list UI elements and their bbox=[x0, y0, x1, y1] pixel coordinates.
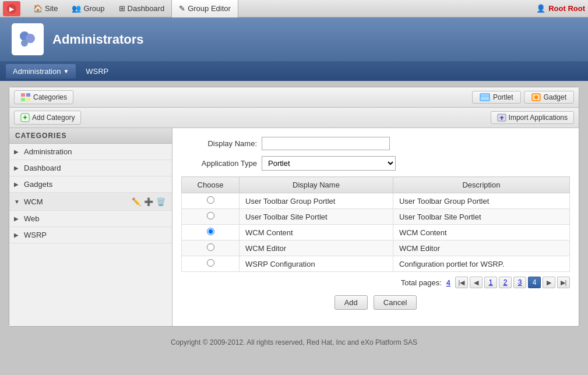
display-name-row: Display Name: bbox=[181, 137, 570, 150]
portlet-radio-3[interactable] bbox=[207, 243, 214, 251]
prev-page-button[interactable]: ◀ bbox=[470, 277, 483, 288]
action-toolbar: + Add Category Import Applications bbox=[9, 108, 579, 128]
category-dashboard-label: Dashboard bbox=[24, 164, 166, 172]
sub-navigation: Administration ▼ WSRP bbox=[0, 61, 588, 81]
left-panel: CATEGORIES ▶ Administration ▶ Dashboard … bbox=[9, 128, 172, 326]
category-wsrp-label: WSRP bbox=[24, 231, 166, 239]
group-icon: 👥 bbox=[72, 4, 81, 13]
category-gadgets[interactable]: ▶ Gadgets bbox=[9, 176, 172, 193]
user-info[interactable]: 👤 Root Root bbox=[536, 4, 585, 13]
expand-arrow-icon: ▶ bbox=[14, 181, 21, 188]
portlet-radio-0[interactable] bbox=[207, 196, 214, 204]
expand-arrow-icon: ▶ bbox=[14, 215, 21, 222]
nav-item-dashboard[interactable]: ⊞ Dashboard bbox=[112, 0, 172, 17]
subnav-wsrp[interactable]: WSRP bbox=[79, 64, 115, 79]
category-dashboard[interactable]: ▶ Dashboard bbox=[9, 160, 172, 176]
radio-cell[interactable] bbox=[182, 240, 240, 256]
radio-cell[interactable] bbox=[182, 256, 240, 272]
total-pages-value[interactable]: 4 bbox=[446, 278, 450, 287]
nav-site-label: Site bbox=[45, 4, 58, 13]
category-web[interactable]: ▶ Web bbox=[9, 211, 172, 227]
nav-group-editor-label: Group Editor bbox=[188, 4, 231, 13]
import-applications-label: Import Applications bbox=[509, 114, 568, 122]
page-3-button[interactable]: 3 bbox=[513, 277, 526, 288]
nav-item-group[interactable]: 👥 Group bbox=[65, 0, 111, 17]
portlet-tab[interactable]: Portlet bbox=[472, 91, 521, 104]
svg-point-4 bbox=[21, 40, 28, 47]
radio-cell[interactable] bbox=[182, 193, 240, 209]
portlet-tab-label: Portlet bbox=[493, 93, 513, 101]
table-row: User Toolbar Group Portlet User Toolbar … bbox=[182, 193, 570, 209]
page-1-button[interactable]: 1 bbox=[484, 277, 497, 288]
portlet-radio-2[interactable] bbox=[207, 228, 214, 235]
radio-cell[interactable] bbox=[182, 225, 240, 240]
main-content: Categories Portlet Gadget bbox=[0, 81, 588, 332]
footer: Copyright © 2009-2012. All rights reserv… bbox=[0, 332, 588, 352]
table-row: WCM Editor WCM Editor bbox=[182, 240, 570, 256]
edit-category-icon[interactable]: ✏️ bbox=[131, 196, 142, 207]
category-administration-label: Administration bbox=[24, 147, 166, 156]
application-type-select[interactable]: Portlet Gadget bbox=[262, 156, 396, 171]
display-name-cell: User Toolbar Site Portlet bbox=[240, 209, 393, 225]
two-panel: CATEGORIES ▶ Administration ▶ Dashboard … bbox=[9, 128, 579, 326]
column-description: Description bbox=[393, 177, 569, 193]
subnav-administration[interactable]: Administration ▼ bbox=[6, 64, 76, 79]
group-editor-icon: ✎ bbox=[179, 4, 185, 13]
categories-label: Categories bbox=[33, 93, 67, 101]
description-cell: Configuration portlet for WSRP. bbox=[393, 256, 569, 272]
dashboard-icon: ⊞ bbox=[119, 4, 125, 13]
user-name: Root Root bbox=[548, 4, 585, 13]
expand-arrow-icon-down: ▼ bbox=[14, 199, 21, 205]
display-name-cell: WCM Content bbox=[240, 225, 393, 240]
next-page-button[interactable]: ▶ bbox=[543, 277, 555, 288]
portlet-radio-1[interactable] bbox=[207, 212, 214, 220]
radio-cell[interactable] bbox=[182, 209, 240, 225]
category-wsrp[interactable]: ▶ WSRP bbox=[9, 227, 172, 243]
add-button[interactable]: Add bbox=[335, 295, 368, 310]
header-logo bbox=[12, 23, 44, 55]
svg-point-12 bbox=[534, 95, 538, 99]
column-choose: Choose bbox=[182, 177, 240, 193]
category-wcm[interactable]: ▼ WCM ✏️ ➕ 🗑️ bbox=[9, 193, 172, 211]
gadget-tab[interactable]: Gadget bbox=[524, 91, 574, 104]
site-icon: 🏠 bbox=[33, 4, 43, 13]
nav-dashboard-label: Dashboard bbox=[128, 4, 165, 13]
expand-arrow-icon: ▶ bbox=[14, 232, 21, 238]
first-page-button[interactable]: |◀ bbox=[455, 277, 468, 288]
total-pages-label: Total pages: bbox=[401, 278, 442, 287]
svg-rect-7 bbox=[21, 98, 25, 101]
category-administration[interactable]: ▶ Administration bbox=[9, 144, 172, 160]
category-gadgets-label: Gadgets bbox=[24, 180, 166, 189]
column-display-name: Display Name bbox=[240, 177, 393, 193]
nav-item-group-editor[interactable]: ✎ Group Editor bbox=[171, 0, 238, 17]
svg-text:+: + bbox=[23, 114, 27, 122]
svg-rect-5 bbox=[21, 93, 25, 97]
footer-text: Copyright © 2009-2012. All rights reserv… bbox=[171, 338, 417, 346]
table-row: WCM Content WCM Content bbox=[182, 225, 570, 240]
display-name-input[interactable] bbox=[262, 137, 390, 150]
logo-icon[interactable]: ▶ bbox=[3, 1, 20, 16]
expand-arrow-icon: ▶ bbox=[14, 165, 21, 171]
right-panel: Display Name: Application Type Portlet G… bbox=[172, 128, 579, 326]
categories-header: CATEGORIES bbox=[9, 128, 172, 144]
delete-category-icon[interactable]: 🗑️ bbox=[156, 196, 166, 207]
portlet-gadget-tabs: Portlet Gadget bbox=[472, 91, 574, 104]
import-applications-button[interactable]: Import Applications bbox=[491, 111, 574, 124]
subnav-administration-label: Administration bbox=[13, 67, 61, 76]
add-to-category-icon[interactable]: ➕ bbox=[143, 196, 154, 207]
categories-button[interactable]: Categories bbox=[14, 90, 73, 104]
application-type-label: Application Type bbox=[181, 159, 257, 168]
page-2-button[interactable]: 2 bbox=[499, 277, 512, 288]
content-container: Categories Portlet Gadget bbox=[9, 87, 579, 327]
description-cell: User Toolbar Site Portlet bbox=[393, 209, 569, 225]
last-page-button[interactable]: ▶| bbox=[557, 277, 570, 288]
nav-item-site[interactable]: 🏠 Site bbox=[26, 0, 65, 17]
add-category-button[interactable]: + Add Category bbox=[14, 111, 81, 125]
svg-rect-8 bbox=[26, 98, 30, 101]
pagination: Total pages: 4 |◀ ◀ 1 2 3 4 ▶ ▶| bbox=[181, 277, 570, 288]
description-cell: WCM Editor bbox=[393, 240, 569, 256]
portlet-radio-4[interactable] bbox=[207, 259, 214, 267]
table-row: WSRP Configuration Configuration portlet… bbox=[182, 256, 570, 272]
cancel-button[interactable]: Cancel bbox=[374, 295, 417, 310]
page-4-button[interactable]: 4 bbox=[528, 277, 541, 288]
